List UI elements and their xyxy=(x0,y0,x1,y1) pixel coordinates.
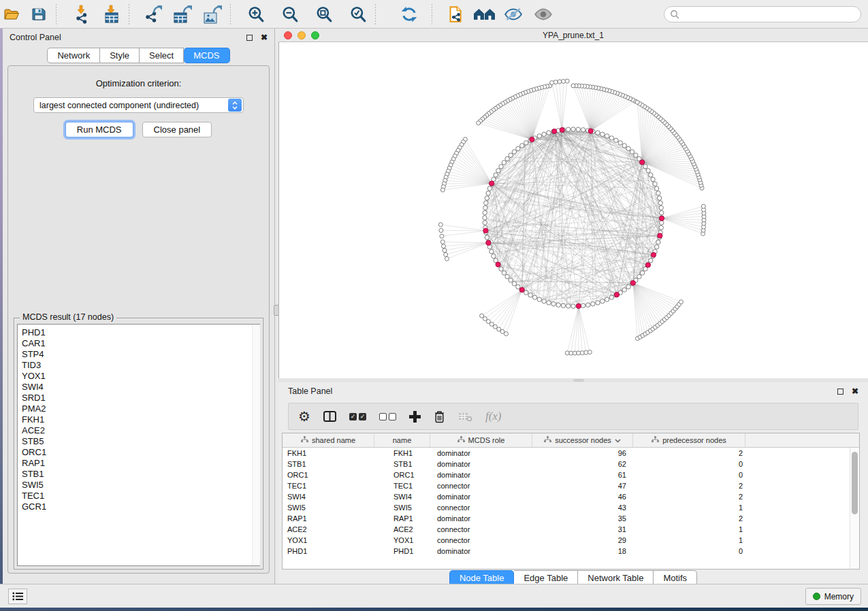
save-session-icon[interactable] xyxy=(27,3,50,26)
add-row-icon[interactable] xyxy=(409,411,421,423)
show-columns-icon[interactable] xyxy=(323,411,336,422)
mcds-result-item[interactable]: STB5 xyxy=(22,436,259,447)
table-cell[interactable]: connector xyxy=(430,535,532,546)
table-cell[interactable]: RAP1 xyxy=(283,513,374,524)
export-table-icon[interactable] xyxy=(172,3,195,26)
table-row[interactable]: STB1STB1dominator620 xyxy=(283,459,859,469)
table-cell[interactable]: 0 xyxy=(633,546,745,557)
table-cell[interactable]: connector xyxy=(430,480,532,491)
mcds-result-item[interactable]: FKH1 xyxy=(22,414,259,425)
search-box[interactable] xyxy=(664,6,861,22)
table-cell[interactable]: YOX1 xyxy=(283,535,374,546)
table-cell[interactable]: 2 xyxy=(633,491,745,502)
table-cell[interactable]: SWI5 xyxy=(283,502,374,513)
table-cell[interactable]: PHD1 xyxy=(283,546,374,557)
float-window-icon[interactable] xyxy=(837,389,843,395)
table-cell[interactable]: RAP1 xyxy=(374,513,430,524)
table-cell[interactable]: 2 xyxy=(633,513,745,524)
column-header-predecessor-nodes[interactable]: predecessor nodes xyxy=(633,433,745,447)
close-panel-icon[interactable]: ✖ xyxy=(261,33,268,42)
table-cell[interactable]: 43 xyxy=(532,502,633,513)
table-cell[interactable]: TEC1 xyxy=(374,480,430,491)
table-cell[interactable]: 35 xyxy=(532,513,633,524)
tab-select[interactable]: Select xyxy=(140,48,184,63)
mcds-result-item[interactable]: STB1 xyxy=(22,469,259,480)
table-cell[interactable]: dominator xyxy=(430,546,532,557)
window-close-icon[interactable] xyxy=(284,31,292,39)
mcds-result-item[interactable]: ORC1 xyxy=(22,447,259,458)
table-row[interactable]: SWI4SWI4dominator462 xyxy=(283,491,859,502)
settings-gear-icon[interactable]: ⚙ xyxy=(298,410,310,423)
column-header-successor-nodes[interactable]: successor nodes xyxy=(532,433,633,447)
float-window-icon[interactable] xyxy=(246,35,253,41)
table-cell[interactable]: 96 xyxy=(532,448,633,459)
table-cell[interactable]: dominator xyxy=(430,491,532,502)
window-maximize-icon[interactable] xyxy=(311,31,319,39)
table-cell[interactable]: 1 xyxy=(633,502,745,513)
table-cell[interactable]: 46 xyxy=(532,491,633,502)
table-row[interactable]: ORC1ORC1dominator610 xyxy=(283,469,859,480)
export-image-icon[interactable] xyxy=(202,3,225,26)
table-cell[interactable]: 1 xyxy=(633,535,745,546)
table-row[interactable]: SWI5SWI5connector431 xyxy=(283,502,859,513)
zoom-selected-icon[interactable] xyxy=(347,3,370,26)
mcds-result-item[interactable]: RAP1 xyxy=(22,458,259,469)
table-cell[interactable]: connector xyxy=(430,524,532,535)
table-cell[interactable]: 31 xyxy=(532,524,633,535)
table-cell[interactable]: ORC1 xyxy=(283,469,374,480)
table-cell[interactable]: SWI4 xyxy=(283,491,374,502)
column-header-MCDS-role[interactable]: MCDS role xyxy=(430,433,532,447)
import-network-icon[interactable] xyxy=(70,3,93,26)
mcds-result-item[interactable]: ACE2 xyxy=(22,425,259,436)
table-row[interactable]: RAP1RAP1dominator352 xyxy=(283,513,859,524)
mcds-list-scrollbar[interactable] xyxy=(252,325,260,565)
window-minimize-icon[interactable] xyxy=(298,31,306,39)
deselect-all-icon[interactable] xyxy=(379,413,396,420)
table-cell[interactable]: FKH1 xyxy=(283,448,374,459)
mcds-result-item[interactable]: TEC1 xyxy=(22,491,259,501)
table-cell[interactable]: 29 xyxy=(532,535,633,546)
export-network-icon[interactable] xyxy=(142,3,165,26)
table-cell[interactable]: 2 xyxy=(633,480,745,491)
table-cell[interactable]: STB1 xyxy=(283,459,374,469)
table-cell[interactable]: ACE2 xyxy=(283,524,374,535)
table-cell[interactable]: 62 xyxy=(532,459,633,469)
table-scrollbar-thumb[interactable] xyxy=(852,452,858,514)
close-panel-button[interactable]: Close panel xyxy=(142,122,212,137)
table-row[interactable]: FKH1FKH1dominator962 xyxy=(283,448,859,459)
table-row[interactable]: PHD1PHD1dominator180 xyxy=(283,546,859,557)
tab-style[interactable]: Style xyxy=(100,48,140,63)
table-cell[interactable]: TEC1 xyxy=(283,480,374,491)
search-input[interactable] xyxy=(679,10,855,19)
mcds-result-item[interactable]: CAR1 xyxy=(22,338,259,349)
hide-graphics-details-icon[interactable] xyxy=(502,3,525,26)
table-cell[interactable]: 61 xyxy=(532,469,633,480)
table-scrollbar[interactable] xyxy=(850,448,859,569)
tab-network[interactable]: Network xyxy=(47,48,100,63)
table-cell[interactable]: SWI5 xyxy=(374,502,430,513)
mcds-result-item[interactable]: SWI5 xyxy=(22,480,259,491)
zoom-fit-icon[interactable] xyxy=(312,3,336,26)
table-cell[interactable]: dominator xyxy=(430,448,532,459)
run-mcds-button[interactable]: Run MCDS xyxy=(65,122,133,137)
table-cell[interactable]: dominator xyxy=(430,459,532,469)
table-cell[interactable]: 2 xyxy=(633,448,745,459)
mcds-result-item[interactable]: STP4 xyxy=(22,349,259,360)
table-cell[interactable]: connector xyxy=(430,502,532,513)
task-history-icon[interactable] xyxy=(8,589,27,604)
show-graphics-details-icon[interactable] xyxy=(532,3,555,26)
network-canvas[interactable] xyxy=(278,42,868,378)
table-cell[interactable]: dominator xyxy=(430,513,532,524)
table-cell[interactable]: YOX1 xyxy=(374,535,430,546)
table-cell[interactable]: FKH1 xyxy=(374,448,430,459)
memory-button[interactable]: Memory xyxy=(805,588,861,605)
zoom-in-icon[interactable] xyxy=(244,3,268,26)
mcds-result-item[interactable]: PMA2 xyxy=(22,403,259,414)
criterion-dropdown[interactable]: largest connected component (undirected) xyxy=(33,97,244,113)
table-row[interactable]: ACE2ACE2connector311 xyxy=(283,524,859,535)
delete-rows-icon[interactable] xyxy=(434,410,445,423)
table-cell[interactable]: 18 xyxy=(532,546,633,557)
mcds-result-item[interactable]: TID3 xyxy=(22,360,259,371)
column-header-shared-name[interactable]: shared name xyxy=(283,433,374,447)
refresh-view-icon[interactable] xyxy=(398,3,421,26)
